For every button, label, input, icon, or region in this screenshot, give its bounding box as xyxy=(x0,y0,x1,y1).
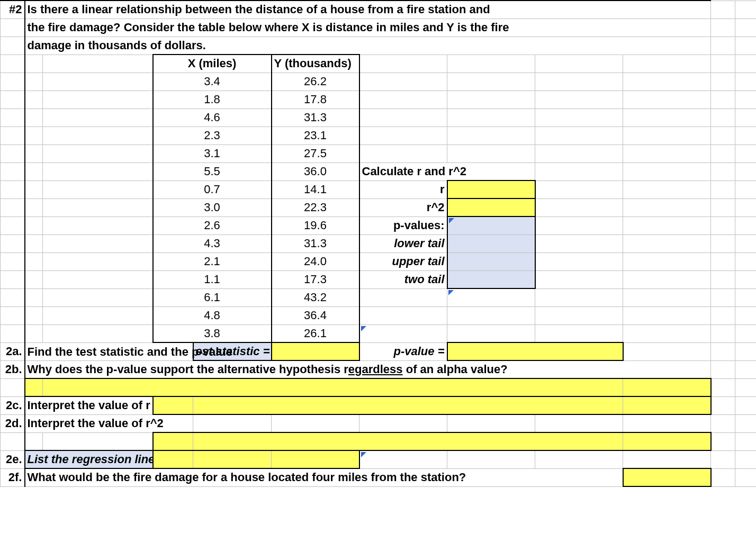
data-y: 26.2 xyxy=(272,73,359,91)
answer-pvalues[interactable] xyxy=(447,216,535,234)
part-2d-text: Interpret the value of r^2 xyxy=(25,414,193,432)
data-x: 0.7 xyxy=(153,180,272,198)
data-x: 3.4 xyxy=(153,73,272,91)
part-2e-num: 2e. xyxy=(1,450,25,468)
part-2a-text: Find the test statistic and the p-value xyxy=(28,345,233,359)
data-x: 4.3 xyxy=(153,234,272,252)
answer-two-tail[interactable] xyxy=(447,270,535,288)
part-2e-text: List the regression line xyxy=(25,450,153,468)
answer-r[interactable] xyxy=(447,180,535,198)
cell-comment[interactable] xyxy=(447,288,535,306)
data-x: 6.1 xyxy=(153,288,272,306)
data-x: 3.8 xyxy=(153,324,272,342)
calc-title: Calculate r and r^2 xyxy=(359,162,535,180)
data-x: 3.1 xyxy=(153,144,272,162)
part-2f-num: 2f. xyxy=(1,468,25,486)
part-2b-num: 2b. xyxy=(1,360,25,378)
data-y: 22.3 xyxy=(272,198,359,216)
question-line-3: damage in thousands of dollars. xyxy=(25,37,711,55)
comment-indicator-icon xyxy=(361,326,366,331)
part-2b-text: Why does the p-value support the alterna… xyxy=(25,360,711,378)
label-p-value: p-value = xyxy=(359,342,447,360)
data-y: 23.1 xyxy=(272,127,359,144)
answer-2d[interactable] xyxy=(153,432,193,450)
label-r: r xyxy=(359,180,447,198)
data-y: 31.3 xyxy=(272,109,359,127)
question-line-2: the fire damage? Consider the table belo… xyxy=(25,19,711,37)
label-pvalues: p-values: xyxy=(359,216,447,234)
data-x: 1.8 xyxy=(153,91,272,109)
data-y: 31.3 xyxy=(272,234,359,252)
comment-indicator-icon xyxy=(449,218,454,223)
answer-r2[interactable] xyxy=(447,198,535,216)
cell-comment[interactable] xyxy=(359,324,447,342)
answer-upper-tail[interactable] xyxy=(447,252,535,270)
data-x: 4.8 xyxy=(153,306,272,324)
data-y: 17.8 xyxy=(272,91,359,109)
comment-indicator-icon xyxy=(448,290,454,295)
part-2c-num: 2c. xyxy=(1,396,25,414)
answer-test-statistic[interactable] xyxy=(272,342,359,360)
data-x: 5.5 xyxy=(153,162,272,180)
answer-2c[interactable] xyxy=(153,396,193,414)
col-header-x: X (miles) xyxy=(153,55,272,73)
comment-indicator-icon xyxy=(361,452,366,457)
data-x: 4.6 xyxy=(153,109,272,127)
data-y: 36.0 xyxy=(272,162,359,180)
label-upper-tail: upper tail xyxy=(359,252,447,270)
data-y: 43.2 xyxy=(272,288,359,306)
question-number: #2 xyxy=(1,1,25,19)
data-x: 2.1 xyxy=(153,252,272,270)
data-y: 36.4 xyxy=(272,306,359,324)
part-2c-text: Interpret the value of r xyxy=(25,396,153,414)
question-line-1: Is there a linear relationship between t… xyxy=(25,1,711,19)
data-y: 14.1 xyxy=(272,180,359,198)
data-x: 3.0 xyxy=(153,198,272,216)
cell-comment[interactable] xyxy=(359,450,447,468)
label-lower-tail: lower tail xyxy=(359,234,447,252)
spreadsheet-grid[interactable]: #2 Is there a linear relationship betwee… xyxy=(0,0,756,487)
answer-2f[interactable] xyxy=(623,468,711,486)
data-x: 1.1 xyxy=(153,270,272,288)
part-2d-num: 2d. xyxy=(1,414,25,432)
data-y: 19.6 xyxy=(272,216,359,234)
label-r2: r^2 xyxy=(359,198,447,216)
answer-2b[interactable] xyxy=(25,378,43,396)
part-2a-num: 2a. xyxy=(1,342,25,360)
col-header-y: Y (thousands) xyxy=(272,55,359,73)
data-x: 2.6 xyxy=(153,216,272,234)
data-x: 2.3 xyxy=(153,127,272,144)
data-y: 27.5 xyxy=(272,144,359,162)
part-2f-text: What would be the fire damage for a hous… xyxy=(25,468,623,486)
data-y: 24.0 xyxy=(272,252,359,270)
answer-2e[interactable] xyxy=(153,450,193,468)
data-y: 17.3 xyxy=(272,270,359,288)
answer-lower-tail[interactable] xyxy=(447,234,535,252)
answer-p-value[interactable] xyxy=(447,342,623,360)
label-two-tail: two tail xyxy=(359,270,447,288)
data-y: 26.1 xyxy=(272,324,359,342)
